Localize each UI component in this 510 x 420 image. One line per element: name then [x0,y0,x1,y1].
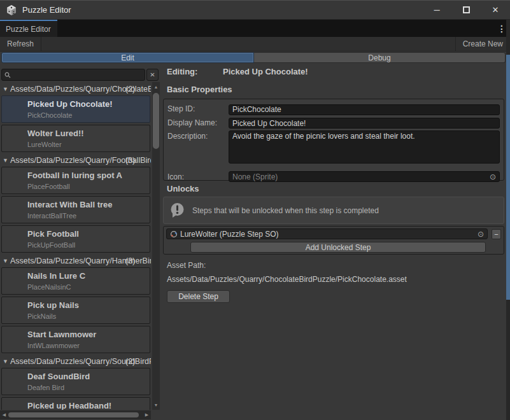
window-controls: ─ ✕ [422,1,510,19]
list-item-place-football[interactable]: Football in luring spot A PlaceFootball [1,167,150,194]
refresh-button[interactable]: Refresh [0,37,41,51]
horizontal-scroll-thumb[interactable] [8,412,139,417]
list-item-picked-up-headband[interactable]: Picked up Headband! [1,397,150,410]
clear-icon: ✕ [150,71,155,78]
puzzle-editor-window: Puzzle Editor ─ ✕ Puzzle Editor ⋮ Refres… [0,0,510,420]
group-count: (2) [125,85,135,94]
item-id: PlaceFootball [27,183,147,190]
add-unlocked-step-label: Add Unlocked Step [306,243,371,252]
item-title: Deaf SoundBird [27,372,147,381]
scroll-down-icon[interactable]: ▼ [152,401,160,409]
doc-tab-label: Puzzle Editor [6,25,51,34]
window-right-scrollbar[interactable] [506,20,510,420]
kebab-icon: ⋮ [497,24,506,34]
puzzle-step-list: ▼ Assets/Data/Puzzles/Quarry/ChocolateBi… [0,82,151,410]
group-count: (3) [125,156,135,165]
icon-label: Icon: [167,171,229,182]
list-item-lure-wolter[interactable]: Wolter Lured!! LureWolter [1,125,150,152]
list-item-pick-nails[interactable]: Pick up Nails PickNails [1,297,150,324]
icon-object-value: None (Sprite) [232,172,278,181]
icon-row: Icon: None (Sprite) ⊙ [167,171,500,182]
vertical-scroll-thumb[interactable] [153,93,159,149]
unlocks-list-box: LureWolter (Puzzle Step SO) ⊙ − Add Unlo… [163,226,504,255]
step-id-label: Step ID: [167,103,229,115]
toolbar-spacer [41,37,455,51]
unlocks-title: Unlocks [167,184,199,193]
asset-path-label: Asset Path: [167,261,206,270]
toolbar: Refresh Create New [0,37,510,52]
item-title: Football in luring spot A [27,171,147,180]
add-unlocked-step-button[interactable]: Add Unlocked Step [190,242,486,253]
object-picker-icon[interactable]: ⊙ [490,173,496,181]
display-name-label: Display Name: [167,117,229,129]
close-button[interactable]: ✕ [481,1,510,19]
item-title: Picked up Headband! [27,401,147,410]
editing-header: Editing: Picked Up Chocolate! [167,67,308,76]
create-new-label: Create New [463,39,503,48]
group-header-sound[interactable]: ▼ Assets/Data/Puzzles/Quarry/SoundBirdPu… [0,355,151,367]
unlocks-help-text: Steps that will be unlocked when this st… [192,206,379,215]
scroll-up-icon[interactable]: ▲ [152,83,160,91]
list-item-nails-in-lure-c[interactable]: Nails In Lure C PlaceNailsinC [1,267,150,295]
search-clear-button[interactable]: ✕ [146,69,159,81]
scroll-right-icon[interactable]: ▶ [143,410,151,419]
item-id: Deafen Bird [27,384,147,391]
step-id-field[interactable] [229,104,500,115]
list-item-start-lawnmower[interactable]: Start Lawnmower IntWLawnmower [1,326,150,353]
remove-unlocked-step-button[interactable]: − [492,229,501,239]
doc-tab-strip: Puzzle Editor ⋮ [0,20,510,37]
list-horizontal-scrollbar[interactable]: ◀ ▶ [0,410,151,419]
editing-value: Picked Up Chocolate! [223,67,308,76]
info-icon [169,202,186,219]
maximize-button[interactable] [451,1,481,19]
item-id: InteractBallTree [27,212,147,220]
group-header-hammer[interactable]: ▼ Assets/Data/Puzzles/Quarry/HammerBirdP… [0,255,151,267]
group-header-chocolate[interactable]: ▼ Assets/Data/Puzzles/Quarry/ChocolateBi… [0,83,151,95]
search-input[interactable] [11,71,142,80]
description-label: Description: [167,130,229,166]
item-title: Start Lawnmower [27,330,147,339]
item-title: Interact With Ball tree [27,200,147,209]
tab-edit-label: Edit [121,53,134,62]
unlocked-step-object-field[interactable]: LureWolter (Puzzle Step SO) ⊙ [166,228,488,239]
search-box[interactable] [1,69,145,81]
group-count: (2) [125,357,135,366]
item-title: Nails In Lure C [27,271,147,281]
item-id: PickChocolate [27,111,147,119]
window-scroll-thumb[interactable] [506,55,510,300]
item-id: IntWLawnmower [27,342,147,349]
tab-debug[interactable]: Debug [254,52,506,63]
item-id: LureWolter [27,141,147,148]
maximize-icon [463,6,470,13]
group-count: (3) [125,256,135,265]
tab-edit[interactable]: Edit [1,52,254,63]
minus-icon: − [494,230,498,238]
window-title: Puzzle Editor [22,5,71,15]
minimize-icon: ─ [434,5,439,15]
list-item-deaf-soundbird[interactable]: Deaf SoundBird Deafen Bird [1,368,150,395]
display-name-field[interactable] [229,118,500,129]
group-header-football[interactable]: ▼ Assets/Data/Puzzles/Quarry/FootballBir… [0,154,151,166]
item-title: Picked Up Chocolate! [27,99,147,109]
mode-tabs: Edit Debug [1,52,506,63]
close-icon: ✕ [492,5,499,15]
icon-object-field[interactable]: None (Sprite) ⊙ [229,171,500,182]
minimize-button[interactable]: ─ [422,1,451,19]
scroll-left-icon[interactable]: ◀ [0,410,8,419]
list-item-pick-chocolate[interactable]: Picked Up Chocolate! PickChocolate [1,95,150,123]
delete-step-button[interactable]: Delete Step [167,290,230,303]
basic-properties-box: Step ID: Display Name: Description: Avoi… [163,99,504,181]
refresh-label: Refresh [7,39,34,48]
item-title: Pick Football [27,229,147,239]
list-vertical-scrollbar[interactable]: ▲ ▼ [152,82,160,410]
description-field[interactable]: Avoid the gaze of the picnic lovers and … [229,130,500,164]
list-item-pick-football[interactable]: Pick Football PickUpFootBall [1,225,150,253]
list-item-interact-ball-tree[interactable]: Interact With Ball tree InteractBallTree [1,196,150,223]
create-new-button[interactable]: Create New [456,37,510,51]
search-icon [4,72,11,78]
basic-properties-title: Basic Properties [167,85,232,94]
doc-tab-puzzle-editor[interactable]: Puzzle Editor [0,20,57,37]
item-id: PickNails [27,312,147,320]
object-picker-icon[interactable]: ⊙ [478,230,484,238]
app-dice-icon [6,4,17,16]
